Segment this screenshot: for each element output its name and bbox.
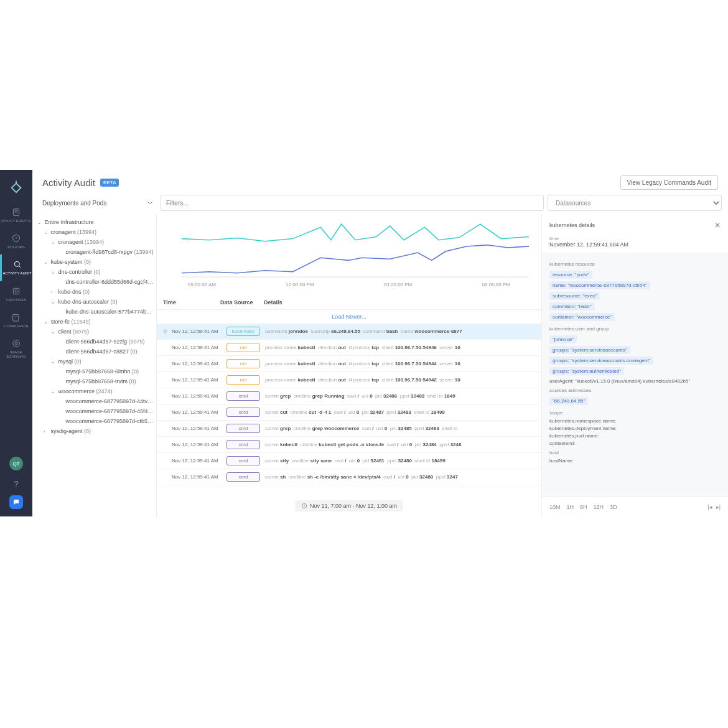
tree-node[interactable]: ⌄ woocommerce (2474) <box>35 386 156 396</box>
table-row[interactable]: Nov 12, 12:59:41 AMcmdcomm grep cmdline … <box>157 421 541 437</box>
event-table: ⚲Nov 12, 12:59:41 AMkube execusername jo… <box>157 324 541 495</box>
range-12H[interactable]: 12H <box>594 504 604 510</box>
nav-policies[interactable]: POLICIES <box>0 228 32 254</box>
user-avatar[interactable]: QT <box>9 457 23 470</box>
tree-node[interactable]: ⌄ dns-controller (0) <box>35 267 156 277</box>
svg-point-6 <box>15 342 17 345</box>
timeline-chart[interactable]: 09:00:00 AM12:00:00 PM03:00:00 PM06:00:0… <box>157 215 541 296</box>
table-row[interactable]: Nov 12, 12:59:41 AMcmdcomm cut cmdline c… <box>157 404 541 421</box>
detail-chip[interactable]: groups: "system:authenticated" <box>549 367 624 375</box>
range-3D[interactable]: 3D <box>610 504 617 510</box>
range-10M[interactable]: 10M <box>549 504 561 510</box>
tree-node[interactable]: mysql-575bb87658-trvtm (0) <box>35 376 156 386</box>
tree-node[interactable]: dns-controller-6ddd55d66d-cgcf4 (0) <box>35 277 156 287</box>
detail-chip[interactable]: groups: "system:serviceaccounts:cronagen… <box>549 357 653 365</box>
panel-footer: 10M1H6H12H3D |◂ ▸| <box>542 497 728 516</box>
nav-image-scanning[interactable]: IMAGE SCANNING <box>0 334 32 364</box>
tree-node[interactable]: ⌄ mysql (0) <box>35 357 156 366</box>
tree-node[interactable]: kube-dns-autoscaler-577b4774b5-q9ns6 <box>35 307 156 317</box>
filters-input[interactable] <box>161 195 544 211</box>
tree-node[interactable]: ⌄ Entire Infrastructure <box>35 217 156 227</box>
svg-point-1 <box>14 262 19 267</box>
tree-node[interactable]: › sysdig-agent (8) <box>35 426 156 436</box>
tree-node[interactable]: cronagent-ffd987cd8-rxpgv (13994) <box>35 247 156 257</box>
tree-node[interactable]: ⌄ store-fe (11549) <box>35 317 156 327</box>
tree-node[interactable]: ⌄ kube-dns-autoscaler (0) <box>35 297 156 307</box>
svg-rect-2 <box>13 288 19 294</box>
panel-timestamp: November 12, 12:59:41.604 AM <box>549 241 721 248</box>
close-icon[interactable]: ✕ <box>714 221 721 230</box>
page-header: Activity Audit BETA View Legacy Commands… <box>32 170 728 195</box>
nav-activity-audit[interactable]: ACTIVITY AUDIT <box>0 254 32 281</box>
tree-node[interactable]: woocommerce-687795897d-44tvd (1092 <box>35 396 156 406</box>
datasources-select[interactable]: Datasources <box>548 195 722 211</box>
table-row[interactable]: Nov 12, 12:59:41 AMnetprocess name kubec… <box>157 372 541 388</box>
tree-node[interactable]: woocommerce-687795897d-45f46 (217 <box>35 406 156 416</box>
table-row[interactable]: Nov 12, 12:59:41 AMnetprocess name kubec… <box>157 340 541 356</box>
tree-node[interactable]: client-566db44d67-c8827 (0) <box>35 347 156 357</box>
nav-policy-events[interactable]: POLICY EVENTS <box>0 202 32 228</box>
chat-icon[interactable] <box>9 495 23 509</box>
table-row[interactable]: Nov 12, 12:59:41 AMnetprocess name kubec… <box>157 356 541 372</box>
last-icon[interactable]: ▸| <box>716 504 721 510</box>
table-row[interactable]: Nov 12, 12:59:41 AMcmdcomm grep cmdline … <box>157 388 541 404</box>
range-6H[interactable]: 6H <box>580 504 587 510</box>
detail-chip[interactable]: "66.249.64.55" <box>549 397 588 405</box>
svg-point-3 <box>15 290 17 292</box>
detail-chip[interactable]: command: "bash" <box>549 302 595 310</box>
svg-rect-4 <box>13 314 19 321</box>
tree-node[interactable]: woocommerce-687795897d-ctb54 (116 <box>35 416 156 426</box>
beta-badge: BETA <box>100 179 119 187</box>
detail-chip[interactable]: container: "woocommerce" <box>549 313 615 321</box>
detail-chip[interactable]: "johndoe" <box>549 335 577 343</box>
detail-chip[interactable]: resource: "pods" <box>549 271 592 279</box>
legacy-audit-button[interactable]: View Legacy Commands Audit <box>620 175 718 190</box>
details-panel: kubernetes details ✕ time November 12, 1… <box>541 215 728 516</box>
logo-icon <box>9 180 23 194</box>
main: Activity Audit BETA View Legacy Commands… <box>32 170 728 516</box>
tree-node[interactable]: ⌄ cronagent (13994) <box>35 237 156 247</box>
detail-chip[interactable]: groups: "system:serviceaccounts" <box>549 346 630 354</box>
table-header: Time Data Source Details <box>157 296 541 310</box>
tree-node[interactable]: ⌄ cronagent (13994) <box>35 227 156 237</box>
panel-title: kubernetes details <box>549 222 595 228</box>
side-nav: POLICY EVENTSPOLICIESACTIVITY AUDITCAPTU… <box>0 170 32 516</box>
tree-node[interactable]: mysql-575bb87658-6lmhn (0) <box>35 366 156 376</box>
table-row[interactable]: ⚲Nov 12, 12:59:41 AMkube execusername jo… <box>157 324 541 340</box>
tree-node[interactable]: ⌄ kube-system (0) <box>35 257 156 267</box>
nav-captures[interactable]: CAPTURES <box>0 281 32 307</box>
clock-icon <box>301 503 307 509</box>
scope-dropdown[interactable]: Deployments and Pods <box>39 195 157 211</box>
table-row[interactable]: Nov 12, 12:59:41 AMcmdcomm sh cmdline sh… <box>157 469 541 485</box>
chevron-down-icon <box>147 200 153 206</box>
center-pane: 09:00:00 AM12:00:00 PM03:00:00 PM06:00:0… <box>157 215 541 516</box>
page-title: Activity Audit <box>42 177 95 188</box>
time-range-bar: Nov 11, 7:00 am - Nov 12, 1:00 am <box>157 495 541 516</box>
filters-row: Deployments and Pods Datasources <box>32 195 728 215</box>
scope-tree: ⌄ Entire Infrastructure ⌄ cronagent (139… <box>32 215 157 516</box>
svg-point-5 <box>13 340 20 347</box>
help-icon[interactable]: ? <box>9 477 23 490</box>
filter-icon[interactable]: ⚲ <box>163 329 172 335</box>
table-row[interactable]: Nov 12, 12:59:41 AMcmdcomm stty cmdline … <box>157 453 541 469</box>
time-range-pill[interactable]: Nov 11, 7:00 am - Nov 12, 1:00 am <box>295 500 403 511</box>
detail-chip[interactable]: name: "woocommerce-687795897d-ctb54" <box>549 281 650 289</box>
tree-node[interactable]: ⌄ client (9075) <box>35 327 156 337</box>
tree-node[interactable]: › kube-dns (0) <box>35 287 156 297</box>
table-row[interactable]: Nov 12, 12:59:41 AMcmdcomm kubectl cmdli… <box>157 437 541 453</box>
detail-chip[interactable]: subresource: "exec" <box>549 292 600 300</box>
nav-compliance[interactable]: COMPLIANCE <box>0 307 32 334</box>
range-1H[interactable]: 1H <box>567 504 574 510</box>
first-icon[interactable]: |◂ <box>707 504 712 510</box>
tree-node[interactable]: client-566db44d67-52zlg (9075) <box>35 337 156 347</box>
load-newer-link[interactable]: Load Newer... <box>157 310 541 324</box>
